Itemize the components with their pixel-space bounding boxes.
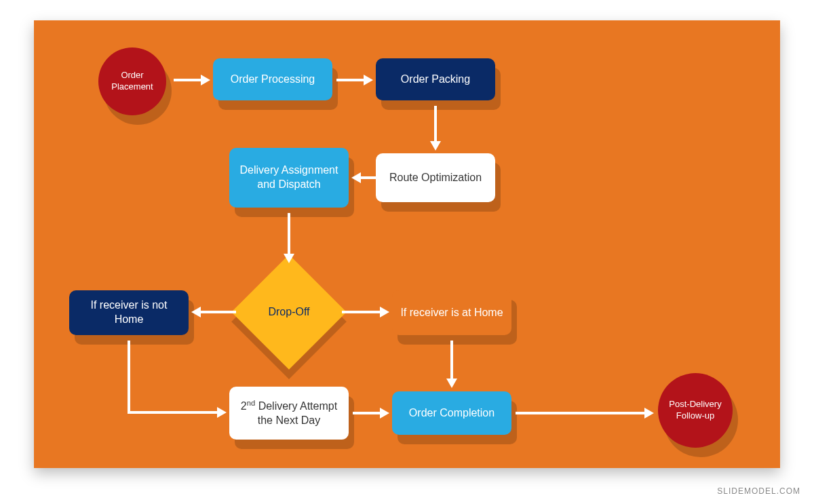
label-route-optimization: Route Optimization (389, 171, 482, 185)
arrowhead (430, 141, 441, 151)
arrowhead (351, 172, 361, 183)
node-post-delivery: Post-Delivery Follow-up (658, 373, 733, 448)
label-delivery-assignment: Delivery Assignment and Dispatch (236, 163, 342, 192)
node-receiver-not-home: If receiver is not Home (69, 290, 189, 335)
label-drop-off: Drop-Off (268, 306, 309, 318)
arrow-nothome-right (128, 411, 217, 414)
arrow-packing-route (434, 106, 437, 141)
label-order-packing: Order Packing (401, 73, 470, 87)
label-receiver-not-home: If receiver is not Home (76, 298, 182, 327)
arrow-dropoff-nothome (201, 311, 236, 313)
arrowhead (191, 307, 201, 317)
arrow-route-delivery (361, 176, 376, 179)
arrowhead (201, 75, 210, 85)
node-second-attempt: 2nd Delivery Attempt the Next Day (229, 387, 349, 440)
node-route-optimization: Route Optimization (376, 153, 495, 202)
node-order-placement: Order Placement (98, 47, 166, 115)
arrowhead (380, 307, 389, 317)
arrow-processing-packing (336, 79, 364, 81)
arrow-attempt-completion (353, 412, 380, 414)
flowchart-slide: Order Placement Order Processing Order P… (34, 20, 780, 468)
arrowhead (284, 254, 294, 263)
label-second-attempt: 2nd Delivery Attempt the Next Day (236, 398, 342, 428)
arrow-placement-processing (174, 79, 201, 81)
node-order-packing: Order Packing (376, 58, 495, 100)
arrowhead (364, 75, 373, 85)
arrow-nothome-down (128, 341, 130, 412)
node-delivery-assignment: Delivery Assignment and Dispatch (229, 148, 349, 208)
label-post-delivery: Post-Delivery Follow-up (665, 399, 726, 422)
arrowhead (217, 407, 227, 418)
node-order-completion: Order Completion (392, 391, 511, 435)
arrow-delivery-dropoff (288, 213, 290, 254)
label-order-completion: Order Completion (409, 406, 495, 421)
arrowhead (644, 408, 654, 419)
arrow-completion-post (516, 412, 644, 414)
arrow-dropoff-athome (342, 311, 380, 313)
node-order-processing: Order Processing (213, 58, 332, 100)
label-order-processing: Order Processing (231, 73, 315, 87)
arrowhead (446, 379, 457, 388)
arrowhead (380, 408, 389, 419)
node-receiver-at-home: If receiver is at Home (392, 290, 511, 335)
arrow-athome-completion (450, 341, 453, 379)
watermark: SLIDEMODEL.COM (717, 486, 800, 496)
label-receiver-at-home: If receiver is at Home (400, 306, 503, 320)
label-order-placement: Order Placement (105, 70, 159, 93)
node-drop-off: Drop-Off (248, 271, 330, 353)
